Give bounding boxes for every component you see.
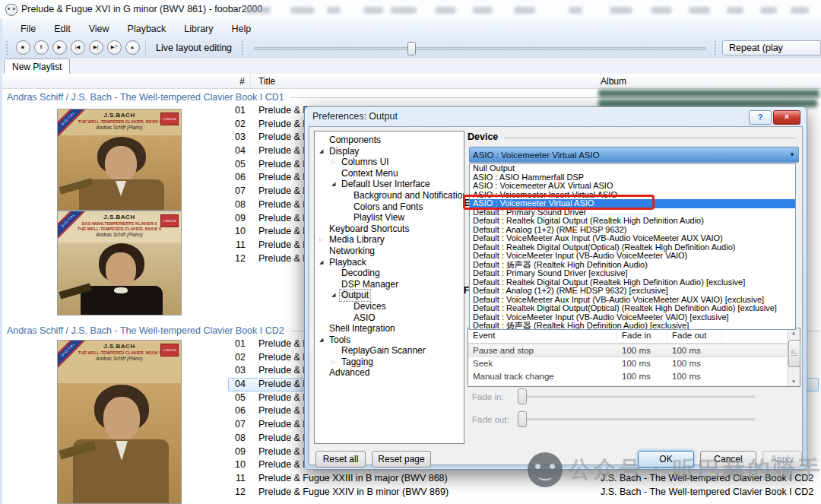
fading-table-scrollbar[interactable]: ▲ ▼: [787, 328, 800, 386]
device-option[interactable]: Default : Analog (1+2) (RME HDSP 9632) […: [470, 287, 795, 296]
device-option[interactable]: Default : VoiceMeeter Input (VB-Audio Vo…: [470, 252, 795, 261]
playback-order-label: Repeat (play: [729, 43, 783, 53]
tree-item[interactable]: ◢ Playback: [315, 257, 464, 268]
fade-in-slider[interactable]: [518, 388, 755, 404]
slider-thumb[interactable]: [518, 388, 527, 404]
device-option[interactable]: Default : Primary Sound Driver [exclusiv…: [470, 269, 795, 278]
column-fade-out[interactable]: Fade out: [667, 328, 722, 343]
tree-expander-icon[interactable]: ▷: [331, 157, 340, 168]
playback-icon: ▲: [130, 45, 135, 50]
slider-thumb[interactable]: [518, 411, 527, 427]
fading-row[interactable]: Manual track change 100 ms 100 ms: [468, 370, 800, 384]
menu-item[interactable]: View: [80, 21, 119, 36]
close-icon: ×: [785, 112, 789, 121]
seek-track[interactable]: [254, 47, 706, 50]
menu-item[interactable]: Playback: [119, 21, 176, 36]
tree-item-label: Advanced: [328, 367, 371, 379]
tree-item-label: ReplayGain Scanner: [340, 345, 427, 357]
device-option[interactable]: Default : 扬声器 (Realtek High Definition A…: [470, 322, 795, 330]
tree-item[interactable]: Playlist View: [315, 212, 464, 223]
toolbar-grip[interactable]: [242, 41, 246, 55]
fading-table[interactable]: Event Fade in Fade out Pause and stop 10…: [468, 328, 800, 387]
reset-page-button[interactable]: Reset page: [372, 451, 431, 468]
pause-button[interactable]: Ⅱ: [34, 40, 49, 55]
fading-fade-out-value: 100 ms: [667, 370, 722, 384]
chevron-down-icon[interactable]: ▼: [786, 151, 798, 158]
tree-expander-icon[interactable]: ◢: [319, 146, 328, 157]
column-fade-in[interactable]: Fade in: [617, 328, 667, 343]
tree-item[interactable]: ▷ Columns UI: [315, 157, 464, 168]
column-header-number[interactable]: #: [2, 74, 251, 88]
tree-item[interactable]: Devices: [315, 301, 464, 312]
menu-item[interactable]: Help: [223, 21, 261, 36]
fading-row[interactable]: Pause and stop 100 ms 100 ms: [468, 344, 800, 357]
tree-expander-icon[interactable]: ▷: [319, 234, 328, 246]
window-titlebar[interactable]: Prelude & Fugue XVI in G minor (BWV 861)…: [0, 0, 821, 19]
tree-item[interactable]: ASIO: [315, 312, 464, 324]
slider-track: [518, 395, 755, 398]
menu-item[interactable]: File: [11, 21, 45, 36]
device-option[interactable]: ASIO : Voicemeeter AUX Virtual ASIO: [470, 182, 795, 191]
scrollbar-thumb[interactable]: [788, 340, 800, 367]
playback-icon: ■: [21, 45, 24, 50]
tree-item[interactable]: ▷ Tagging: [315, 357, 464, 368]
tree-expander-icon[interactable]: ▷: [331, 357, 340, 368]
tree-item[interactable]: Decoding: [315, 268, 464, 279]
tree-item-label: ASIO: [352, 312, 377, 324]
fading-row[interactable]: Seek 100 ms 100 ms: [468, 357, 800, 371]
redacted-titlebar-item: [245, 7, 271, 14]
preferences-tree[interactable]: Components ◢ Display ▷ Columns UI Contex…: [314, 131, 464, 444]
tree-item[interactable]: Networking: [315, 246, 464, 257]
toolbar-grip[interactable]: [6, 41, 10, 55]
toolbar-grip[interactable]: [715, 41, 718, 55]
fade-out-slider[interactable]: [518, 411, 755, 426]
watermark-logo: [528, 452, 563, 487]
tree-item[interactable]: ◢ Output: [315, 290, 464, 301]
close-button[interactable]: ×: [773, 110, 800, 125]
tree-item[interactable]: Advanced: [315, 367, 464, 379]
column-header-title[interactable]: Title: [251, 74, 601, 88]
tree-expander-icon[interactable]: ◢: [331, 290, 340, 301]
tree-item[interactable]: Colors and Fonts: [315, 201, 464, 213]
tree-item[interactable]: Keyboard Shortcuts: [315, 223, 464, 235]
scroll-down-icon[interactable]: ▼: [788, 379, 800, 384]
tree-item[interactable]: ◢ Default User Interface: [315, 179, 464, 190]
seek-thumb[interactable]: [407, 42, 416, 55]
next-button[interactable]: ▶|: [89, 40, 103, 55]
device-dropdown-list[interactable]: Null Output ASIO : ASIO Hammerfall DSP A…: [469, 163, 796, 330]
tree-expander-icon[interactable]: ◢: [319, 257, 328, 268]
device-option[interactable]: Default : Realtek Digital Output(Optical…: [470, 304, 795, 313]
tree-item-label: Output: [340, 290, 370, 301]
tree-item[interactable]: ◢ Tools: [315, 334, 464, 346]
seek-bar[interactable]: [254, 41, 706, 55]
device-option[interactable]: Default : Realtek Digital Output (Realte…: [470, 217, 795, 226]
tree-item[interactable]: ◢ Display: [315, 146, 464, 157]
playback-icon: |◀: [75, 45, 81, 50]
tree-expander-icon[interactable]: ◢: [331, 179, 340, 190]
stop-button[interactable]: ■: [16, 40, 30, 55]
device-option[interactable]: Default : VoiceMeeter Aux Input (VB-Audi…: [470, 234, 795, 243]
device-combobox[interactable]: ASIO : Voicemeeter Virtual ASIO ▼: [469, 147, 799, 163]
device-option[interactable]: Null Output: [470, 164, 795, 173]
tree-expander-icon[interactable]: ◢: [319, 334, 328, 346]
menu-item[interactable]: Edit: [45, 21, 80, 36]
playback-order-button[interactable]: Repeat (play: [722, 40, 821, 55]
menu-item[interactable]: Library: [175, 21, 222, 36]
reset-all-button[interactable]: Reset all: [315, 451, 366, 468]
tree-item[interactable]: Components: [315, 135, 464, 146]
tree-item[interactable]: Context Menu: [315, 168, 464, 179]
column-event[interactable]: Event: [468, 328, 617, 343]
tab-new-playlist[interactable]: New Playlist: [4, 59, 70, 74]
scroll-up-icon[interactable]: ▲: [788, 331, 800, 335]
help-button[interactable]: ?: [749, 110, 772, 125]
column-header-album[interactable]: Album: [601, 76, 821, 87]
tree-item[interactable]: Shell Integration: [315, 323, 464, 334]
tree-item[interactable]: ReplayGain Scanner: [315, 345, 464, 357]
play-button[interactable]: ▶: [52, 40, 67, 55]
previous-button[interactable]: |◀: [71, 40, 85, 55]
tree-item[interactable]: ▷ Media Library: [315, 234, 464, 246]
random-button[interactable]: ▶?: [107, 40, 122, 55]
eject-button[interactable]: ▲: [125, 40, 140, 55]
tree-item[interactable]: DSP Manager: [315, 279, 464, 290]
tree-item[interactable]: Background and Notifications: [315, 190, 464, 201]
